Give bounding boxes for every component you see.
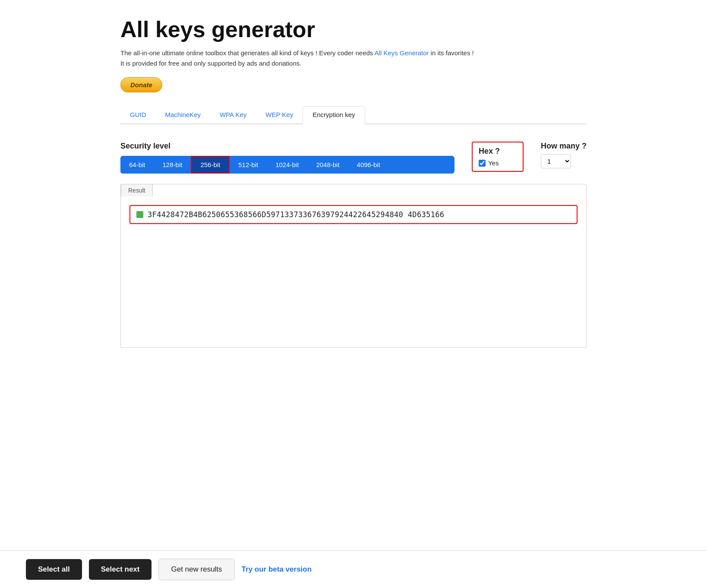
hex-yes-label[interactable]: Yes <box>488 159 499 167</box>
how-many-section: How many ? 1 2 3 4 5 10 <box>541 142 587 168</box>
hex-section: Hex ? Yes <box>472 142 524 172</box>
bit-64[interactable]: 64-bit <box>120 156 154 174</box>
bit-256[interactable]: 256-bit <box>191 156 230 174</box>
tab-encryptionkey[interactable]: Encryption key <box>303 106 365 124</box>
select-all-button[interactable]: Select all <box>26 559 82 580</box>
result-row: 3F4428472B4B6250655368566D59713373367639… <box>129 205 578 224</box>
tab-guid[interactable]: GUID <box>120 107 156 123</box>
result-inner: 3F4428472B4B6250655368566D59713373367639… <box>121 196 586 343</box>
result-green-icon <box>136 211 143 218</box>
bit-buttons: 64-bit 128-bit 256-bit 512-bit 1024-bit … <box>120 156 454 174</box>
hex-checkbox-row: Yes <box>479 159 517 167</box>
tabs-bar: GUID MachineKey WPA Key WEP Key Encrypti… <box>120 106 587 124</box>
try-beta-link[interactable]: Try our beta version <box>242 565 312 574</box>
bit-4096[interactable]: 4096-bit <box>348 156 389 174</box>
options-row: Security level 64-bit 128-bit 256-bit 51… <box>120 142 587 174</box>
bit-1024[interactable]: 1024-bit <box>267 156 307 174</box>
page-description: The all-in-one ultimate online toolbox t… <box>120 48 587 69</box>
how-many-title: How many ? <box>541 142 587 151</box>
bit-512[interactable]: 512-bit <box>230 156 267 174</box>
page-title: All keys generator <box>120 17 587 42</box>
select-next-button[interactable]: Select next <box>89 559 152 580</box>
tab-wpakey[interactable]: WPA Key <box>210 107 256 123</box>
hex-checkbox[interactable] <box>479 160 486 167</box>
all-keys-link[interactable]: All Keys Generator <box>375 49 429 57</box>
bit-128[interactable]: 128-bit <box>154 156 191 174</box>
bit-2048[interactable]: 2048-bit <box>307 156 348 174</box>
tab-machinekey[interactable]: MachineKey <box>156 107 211 123</box>
security-section: Security level 64-bit 128-bit 256-bit 51… <box>120 142 454 174</box>
hex-box: Hex ? Yes <box>472 142 524 172</box>
result-key-value: 3F4428472B4B6250655368566D59713373367639… <box>148 210 444 219</box>
result-tab: Result <box>121 184 153 196</box>
tab-wepkey[interactable]: WEP Key <box>256 107 303 123</box>
hex-title: Hex ? <box>479 147 517 156</box>
security-label: Security level <box>120 142 454 151</box>
get-new-results-button[interactable]: Get new results <box>158 559 234 580</box>
how-many-select[interactable]: 1 2 3 4 5 10 <box>541 154 571 168</box>
result-container: Result 3F4428472B4B6250655368566D5971337… <box>120 184 587 348</box>
donate-button[interactable]: Donate <box>120 77 162 92</box>
main-content: Security level 64-bit 128-bit 256-bit 51… <box>120 137 587 348</box>
bottom-bar: Select all Select next Get new results T… <box>0 550 707 588</box>
